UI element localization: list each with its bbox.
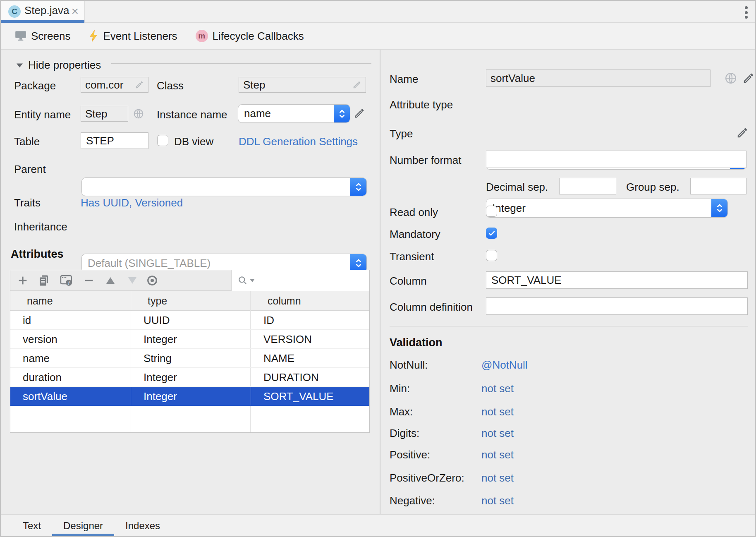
db-view-label: DB view [174,135,213,148]
traits-link[interactable]: Has UUID, Versioned [81,197,183,209]
class-label: Class [157,79,184,92]
close-icon[interactable]: × [71,1,79,21]
column-input[interactable] [486,271,748,289]
entity-designer-window: C Step.java × Screens Event Listeners m … [0,0,756,537]
type-select[interactable]: Integer [486,199,728,218]
edit-name-button[interactable] [742,72,755,84]
hide-properties-label: Hide properties [28,59,101,72]
decimal-sep-label: Decimal sep. [486,181,548,194]
validation-label: Positive: [390,448,430,461]
editor-tab-bar: C Step.java × [1,1,755,23]
move-up-icon[interactable] [105,270,115,291]
validation-value-link[interactable]: not set [481,448,514,461]
column-definition-input[interactable] [486,297,748,315]
parent-select[interactable] [81,177,367,196]
traits-label: Traits [14,197,41,209]
search-options-caret[interactable] [250,279,255,282]
read-only-checkbox[interactable] [486,206,497,217]
copy-attribute-icon[interactable] [38,270,50,291]
add-attribute-button[interactable] [17,270,29,291]
table-row[interactable]: duration Integer DURATION [10,368,369,387]
pencil-icon[interactable] [135,80,144,89]
event-listeners-label: Event Listeners [103,30,177,43]
attr-name-value: sortValue [490,72,535,85]
col-header-name[interactable]: name [27,291,53,311]
attributes-heading: Attributes [11,248,64,261]
number-format-input[interactable] [486,151,746,168]
name-label: Name [390,73,418,86]
table-row[interactable]: name String NAME [10,349,369,368]
tab-step-java[interactable]: C Step.java × [1,1,85,23]
eye-icon[interactable] [146,270,158,291]
add-db-column-icon[interactable]: f [60,270,73,291]
entity-name-field[interactable]: Step [81,106,128,122]
table-row[interactable]: sortValue Integer SORT_VALUE [10,387,369,406]
column-definition-label: Column definition [390,301,473,314]
section-rule [111,63,371,64]
bottom-tab-bar: Text Designer Indexes [1,514,755,537]
transient-checkbox[interactable] [486,250,497,261]
attributes-table-body: id UUID ID version Integer VERSION name … [10,311,369,406]
ddl-generation-settings-link[interactable]: DDL Generation Settings [239,135,358,148]
class-field[interactable]: Step [239,77,366,93]
validation-value-link[interactable]: not set [481,405,514,418]
stepper-icon [334,104,350,123]
screens-monitor-icon [15,31,26,41]
instance-name-label: Instance name [157,108,227,121]
validation-divider [390,326,748,326]
footer-tab-text[interactable]: Text [12,515,52,537]
attribute-search-box[interactable] [231,270,369,291]
pencil-icon[interactable] [352,80,361,89]
attr-name-field[interactable]: sortValue [486,70,711,87]
globe-icon[interactable] [133,108,144,119]
search-icon [237,275,248,286]
instance-name-select[interactable]: name [238,104,350,123]
attributes-table-header: name type column [10,291,369,311]
remove-attribute-button[interactable] [83,270,95,291]
mandatory-checkbox[interactable] [486,228,497,239]
class-icon: C [8,5,21,18]
hide-properties-toggle[interactable]: Hide properties [16,59,101,72]
group-sep-label: Group sep. [626,181,679,194]
screens-label: Screens [31,30,70,43]
inheritance-value: Default (SINGLE_TABLE) [88,257,211,270]
inheritance-label: Inheritance [14,221,67,233]
instance-name-value: name [244,107,271,120]
tab-title: Step.java [24,1,69,20]
edit-type-button[interactable] [736,127,749,139]
number-format-label: Number format [390,154,461,167]
decimal-sep-input[interactable] [559,178,616,194]
col-header-type[interactable]: type [148,291,167,311]
move-down-icon[interactable] [127,270,137,291]
table-input[interactable] [81,132,148,149]
group-sep-input[interactable] [690,178,746,194]
validation-value-link[interactable]: not set [481,382,514,395]
table-row[interactable]: version Integer VERSION [10,330,369,349]
footer-tab-indexes[interactable]: Indexes [114,515,171,537]
table-label: Table [14,135,40,148]
validation-label: Min: [390,382,410,395]
search-input[interactable] [255,275,369,287]
col-header-column[interactable]: column [268,291,301,311]
table-row[interactable]: id UUID ID [10,311,369,330]
lifecycle-callbacks-button[interactable]: m Lifecycle Callbacks [196,30,304,43]
validation-label: PositiveOrZero: [390,472,464,484]
kebab-menu-icon[interactable] [742,5,750,20]
package-field[interactable]: com.cor [81,77,148,93]
type-label: Type [390,127,413,140]
validation-label: Negative: [390,494,435,507]
screens-button[interactable]: Screens [15,30,70,43]
mandatory-label: Mandatory [390,228,440,241]
validation-value-link[interactable]: not set [481,472,514,484]
validation-value-link[interactable]: not set [481,494,514,507]
panel-divider[interactable] [380,50,380,514]
validation-heading: Validation [390,336,443,349]
column-label: Column [390,275,427,288]
edit-instance-name-button[interactable] [354,108,365,119]
validation-value-link[interactable]: @NotNull [481,359,528,372]
event-listeners-button[interactable]: Event Listeners [89,30,177,43]
globe-icon[interactable] [725,72,737,84]
db-view-checkbox[interactable] [157,135,168,146]
footer-tab-designer[interactable]: Designer [52,515,114,537]
validation-value-link[interactable]: not set [481,427,514,440]
